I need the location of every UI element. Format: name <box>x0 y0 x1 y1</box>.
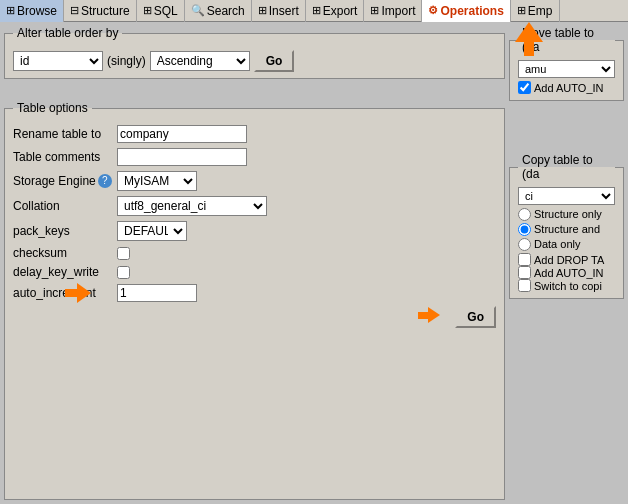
copy-switch-row: Switch to copi <box>518 279 615 292</box>
collation-select[interactable]: utf8_general_ci latin1_swedish_ci <box>117 196 267 216</box>
main-content: Alter table order by id (singly) Ascendi… <box>0 22 628 504</box>
copy-switch-checkbox[interactable] <box>518 279 531 292</box>
copy-switch-label: Switch to copi <box>534 280 602 292</box>
export-icon: ⊞ <box>312 4 321 17</box>
copy-structure-only-row: Structure only <box>518 208 615 221</box>
nav-insert[interactable]: ⊞ Insert <box>252 0 306 22</box>
copy-structure-only-label: Structure only <box>534 208 602 220</box>
copy-structure-only-radio[interactable] <box>518 208 531 221</box>
navbar: ⊞ Browse ⊟ Structure ⊞ SQL 🔍 Search ⊞ In… <box>0 0 628 22</box>
copy-add-auto-inc-label: Add AUTO_IN <box>534 267 604 279</box>
nav-sql[interactable]: ⊞ SQL <box>137 0 185 22</box>
engine-label: Storage Engine ? <box>13 171 113 191</box>
copy-data-only-radio[interactable] <box>518 238 531 251</box>
structure-icon: ⊟ <box>70 4 79 17</box>
copy-add-drop-row: Add DROP TA <box>518 253 615 266</box>
comments-value <box>117 148 496 166</box>
copy-structure-and-row: Structure and <box>518 223 615 236</box>
column-select[interactable]: id <box>13 51 103 71</box>
nav-empty[interactable]: ⊞ Emp <box>511 0 560 22</box>
copy-add-auto-inc-row: Add AUTO_IN <box>518 266 615 279</box>
import-icon: ⊞ <box>370 4 379 17</box>
nav-search[interactable]: 🔍 Search <box>185 0 252 22</box>
copy-table-section: Copy table to (da ci Structure only Stru… <box>509 153 624 299</box>
pack-keys-label: pack_keys <box>13 221 113 241</box>
copy-add-auto-inc-checkbox[interactable] <box>518 266 531 279</box>
move-auto-increment-label: Add AUTO_IN <box>534 82 604 94</box>
move-auto-increment-checkbox[interactable] <box>518 81 531 94</box>
alter-go-button[interactable]: Go <box>254 50 295 72</box>
spacer <box>4 85 505 95</box>
nav-export[interactable]: ⊞ Export <box>306 0 365 22</box>
table-options-go-button[interactable]: Go <box>455 306 496 328</box>
rename-input[interactable] <box>117 125 247 143</box>
table-options-go-area: Go <box>13 302 496 328</box>
nav-import[interactable]: ⊞ Import <box>364 0 422 22</box>
sql-icon: ⊞ <box>143 4 152 17</box>
nav-browse[interactable]: ⊞ Browse <box>0 0 64 22</box>
nav-operations[interactable]: ⚙ Operations <box>422 0 510 22</box>
right-column: Move table to (da amu Add AUTO_IN Copy t… <box>509 26 624 500</box>
auto-increment-label: auto_increment <box>13 284 113 302</box>
pack-keys-select[interactable]: DEFAULT 0 1 <box>117 221 187 241</box>
delay-key-value <box>117 265 496 279</box>
alter-table-legend: Alter table order by <box>13 26 122 40</box>
operations-arrow <box>515 22 543 56</box>
copy-add-drop-label: Add DROP TA <box>534 254 604 266</box>
insert-icon: ⊞ <box>258 4 267 17</box>
comments-label: Table comments <box>13 148 113 166</box>
move-db-select[interactable]: amu <box>518 60 615 78</box>
table-options-section: Table options Rename table to Table comm… <box>4 101 505 500</box>
copy-add-drop-checkbox[interactable] <box>518 253 531 266</box>
alter-table-section: Alter table order by id (singly) Ascendi… <box>4 26 505 79</box>
comments-input[interactable] <box>117 148 247 166</box>
search-icon: 🔍 <box>191 4 205 17</box>
direction-select[interactable]: Ascending Descending <box>150 51 250 71</box>
nav-structure[interactable]: ⊟ Structure <box>64 0 137 22</box>
delay-key-checkbox[interactable] <box>117 266 130 279</box>
copy-data-only-label: Data only <box>534 238 580 250</box>
collation-value: utf8_general_ci latin1_swedish_ci <box>117 196 496 216</box>
alter-table-row: id (singly) Ascending Descending Go <box>13 50 496 72</box>
singly-label: (singly) <box>107 54 146 68</box>
delay-key-label: delay_key_write <box>13 265 113 279</box>
browse-icon: ⊞ <box>6 4 15 17</box>
copy-data-only-row: Data only <box>518 238 615 251</box>
copy-structure-and-radio[interactable] <box>518 223 531 236</box>
auto-increment-input[interactable] <box>117 284 197 302</box>
options-grid: Rename table to Table comments Storage E… <box>13 125 496 302</box>
pack-keys-value: DEFAULT 0 1 <box>117 221 496 241</box>
rename-value <box>117 125 496 143</box>
engine-value: MyISAM InnoDB MEMORY <box>117 171 496 191</box>
copy-db-select[interactable]: ci <box>518 187 615 205</box>
operations-icon: ⚙ <box>428 4 438 17</box>
empty-icon: ⊞ <box>517 4 526 17</box>
engine-info-icon[interactable]: ? <box>98 174 112 188</box>
rename-label: Rename table to <box>13 125 113 143</box>
right-spacer <box>509 107 624 147</box>
copy-structure-and-label: Structure and <box>534 223 600 235</box>
auto-increment-arrow <box>65 283 91 303</box>
auto-increment-value <box>117 284 496 302</box>
checksum-checkbox[interactable] <box>117 247 130 260</box>
collation-label: Collation <box>13 196 113 216</box>
engine-select[interactable]: MyISAM InnoDB MEMORY <box>117 171 197 191</box>
move-auto-increment-row: Add AUTO_IN <box>518 81 615 94</box>
checksum-value <box>117 246 496 260</box>
copy-table-legend: Copy table to (da <box>518 153 615 181</box>
checksum-label: checksum <box>13 246 113 260</box>
go-arrow <box>418 307 440 323</box>
left-column: Alter table order by id (singly) Ascendi… <box>4 26 505 500</box>
table-options-legend: Table options <box>13 101 92 115</box>
